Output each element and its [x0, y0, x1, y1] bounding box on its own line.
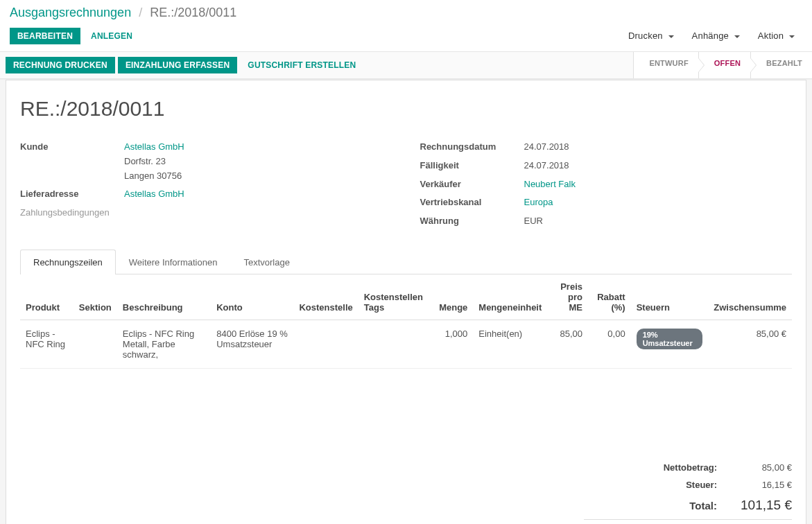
cell-quantity: 1,000	[433, 320, 473, 368]
chevron-down-icon	[668, 35, 674, 38]
total-value: 101,15 €	[729, 497, 792, 513]
status-draft[interactable]: ENTWURF	[633, 52, 698, 78]
col-unit-price[interactable]: Preis pro ME	[547, 274, 588, 320]
cell-subtotal: 85,00 €	[708, 320, 792, 368]
tab-lines[interactable]: Rechnungszeilen	[20, 250, 116, 274]
cell-tax: 19% Umsatzsteuer	[631, 320, 709, 368]
status-paid[interactable]: BEZAHLT	[750, 52, 812, 78]
payment-terms-label: Zahlungsbedingungen	[20, 206, 124, 220]
customer-street: Dorfstr. 23	[124, 155, 392, 169]
col-discount[interactable]: Rabatt (%)	[588, 274, 631, 320]
breadcrumb: Ausgangsrechnungen / RE.:/2018/0011	[0, 0, 812, 26]
cell-costcenter-tags	[359, 320, 433, 368]
col-product[interactable]: Produkt	[20, 274, 74, 320]
currency-value: EUR	[524, 214, 793, 229]
due-date-value: 24.07.2018	[524, 159, 793, 173]
salesperson-link[interactable]: Neubert Falk	[524, 179, 576, 189]
col-costcenter[interactable]: Kostenstelle	[293, 274, 358, 320]
tab-info[interactable]: Weitere Informationen	[116, 250, 231, 274]
print-invoice-button[interactable]: RECHNUNG DRUCKEN	[6, 57, 115, 73]
create-credit-button[interactable]: GUTSCHRIFT ERSTELLEN	[240, 57, 363, 73]
invoice-date-value: 24.07.2018	[524, 140, 793, 155]
col-subtotal[interactable]: Zwischensumme	[708, 274, 792, 320]
channel-link[interactable]: Europa	[524, 197, 553, 207]
col-section[interactable]: Sektion	[74, 274, 117, 320]
invoice-date-label: Rechnungsdatum	[420, 140, 524, 155]
cell-discount: 0,00	[588, 320, 631, 368]
col-taxes[interactable]: Steuern	[631, 274, 709, 320]
customer-label: Kunde	[20, 140, 124, 155]
tax-value: 16,15 €	[729, 480, 792, 490]
cell-costcenter	[293, 320, 358, 368]
cell-uom: Einheit(en)	[473, 320, 547, 368]
totals-block: Nettobetrag: 85,00 € Steuer: 16,15 € Tot…	[584, 459, 792, 524]
edit-button[interactable]: BEARBEITEN	[10, 28, 80, 44]
breadcrumb-current: RE.:/2018/0011	[150, 6, 236, 19]
cell-account: 8400 Erlöse 19 % Umsatzsteuer	[211, 320, 293, 368]
action-label: Aktion	[758, 30, 784, 41]
register-payment-button[interactable]: EINZAHLUNG ERFASSEN	[118, 57, 237, 73]
action-status-row: RECHNUNG DRUCKEN EINZAHLUNG ERFASSEN GUT…	[0, 51, 812, 79]
action-dropdown[interactable]: Aktion	[750, 27, 802, 44]
salesperson-label: Verkäufer	[420, 177, 524, 192]
tabs: Rechnungszeilen Weitere Informationen Te…	[20, 250, 792, 274]
cell-description: Eclips - NFC Ring Metall, Farbe schwarz,	[117, 320, 211, 368]
invoice-lines-table: Produkt Sektion Beschreibung Konto Koste…	[20, 274, 792, 369]
col-account[interactable]: Konto	[211, 274, 293, 320]
attachments-dropdown[interactable]: Anhänge	[684, 27, 748, 44]
form-sheet: RE.:/2018/0011 Kunde Astellas GmbH Dorfs…	[6, 80, 806, 524]
customer-link[interactable]: Astellas GmbH	[124, 141, 184, 152]
col-quantity[interactable]: Menge	[433, 274, 473, 320]
tab-text[interactable]: Textvorlage	[230, 250, 302, 274]
breadcrumb-root[interactable]: Ausgangsrechnungen	[10, 6, 131, 19]
breadcrumb-sep: /	[139, 6, 142, 19]
col-costcenter-tags[interactable]: Kostenstellen Tags	[359, 274, 433, 320]
col-description[interactable]: Beschreibung	[117, 274, 211, 320]
chevron-down-icon	[734, 35, 740, 38]
delivery-label: Lieferadresse	[20, 187, 124, 202]
toolbar: BEARBEITEN ANLEGEN Drucken Anhänge Aktio…	[0, 26, 812, 51]
channel-label: Vertriebskanal	[420, 195, 524, 210]
page-title: RE.:/2018/0011	[20, 97, 792, 121]
customer-city: Langen 30756	[124, 169, 392, 184]
delivery-link[interactable]: Astellas GmbH	[124, 189, 184, 199]
cell-product: Eclips - NFC Ring	[20, 320, 74, 368]
net-label: Nettobetrag:	[584, 462, 729, 473]
status-open[interactable]: OFFEN	[698, 52, 750, 78]
attachments-label: Anhänge	[692, 30, 729, 41]
status-bar: ENTWURF OFFEN BEZAHLT	[633, 52, 812, 78]
cell-unit-price: 85,00	[547, 320, 588, 368]
cell-section	[74, 320, 117, 368]
print-label: Drucken	[628, 30, 663, 41]
table-row[interactable]: Eclips - NFC Ring Eclips - NFC Ring Meta…	[20, 320, 792, 368]
print-dropdown[interactable]: Drucken	[621, 27, 682, 44]
tax-badge: 19% Umsatzsteuer	[637, 329, 703, 349]
create-button[interactable]: ANLEGEN	[83, 28, 140, 44]
net-value: 85,00 €	[729, 462, 792, 473]
chevron-down-icon	[789, 35, 795, 38]
right-column: Rechnungsdatum 24.07.2018 Fälligkeit 24.…	[420, 140, 793, 233]
col-uom[interactable]: Mengeneinheit	[473, 274, 547, 320]
due-date-label: Fälligkeit	[420, 159, 524, 173]
left-column: Kunde Astellas GmbH Dorfstr. 23 Langen 3…	[20, 140, 392, 233]
tax-label: Steuer:	[584, 480, 729, 490]
currency-label: Währung	[420, 214, 524, 229]
total-label: Total:	[584, 500, 729, 512]
